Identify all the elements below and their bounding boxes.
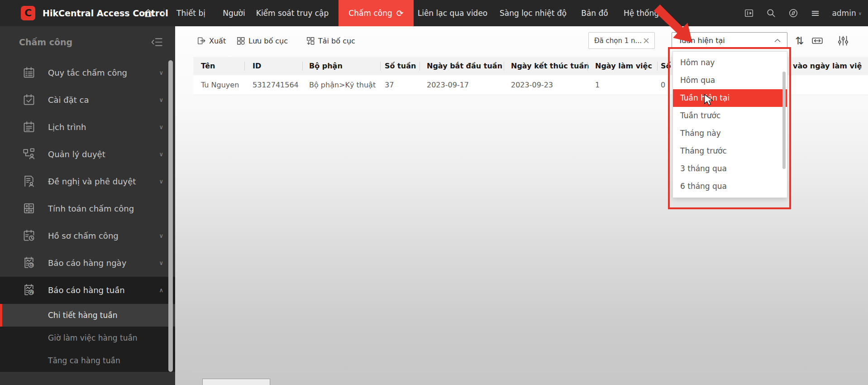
dropdown-scrollbar[interactable] — [782, 72, 786, 169]
svg-text:W: W — [29, 290, 33, 294]
nav-temperature-screening[interactable]: Sàng lọc nhiệt độ — [499, 0, 568, 26]
flowchart-person-icon — [23, 148, 35, 160]
weekly-report-icon: W — [23, 284, 35, 296]
cell-week-end: 2023-09-23 — [511, 75, 553, 95]
sidebar-item-label: Báo cáo hàng ngày — [48, 250, 126, 277]
wizard-icon[interactable] — [744, 8, 754, 18]
sidebar-subitem-weekly-details[interactable]: Chi tiết hàng tuần — [0, 304, 175, 327]
column-separator — [504, 62, 504, 71]
column-separator — [420, 62, 420, 71]
dropdown-option-yesterday[interactable]: Hôm qua — [673, 72, 787, 89]
calendar-list-icon — [23, 120, 35, 133]
column-header-week-no[interactable]: Số tuần — [385, 57, 416, 75]
dropdown-option-today[interactable]: Hôm nay — [673, 54, 787, 72]
column-header-week-start[interactable]: Ngày bắt đầu tuần — [427, 57, 502, 75]
daily-report-icon: D — [23, 256, 35, 269]
column-header-department[interactable]: Bộ phận — [309, 57, 343, 75]
column-header-on-workday-truncated[interactable]: vào ngày làm việ — [793, 57, 862, 75]
nav-map[interactable]: Bản đồ — [579, 0, 610, 26]
export-button[interactable]: Xuất — [197, 33, 226, 49]
cell-work-days: 1 — [595, 75, 600, 95]
nav-system[interactable]: Hệ thống — [621, 0, 662, 26]
fit-width-icon[interactable] — [811, 35, 824, 47]
nav-person[interactable]: Người — [217, 0, 251, 26]
dropdown-option-this-month[interactable]: Tháng này — [673, 125, 787, 142]
page-size-select[interactable] — [202, 379, 270, 385]
period-dropdown-panel: Hôm nay Hôm qua Tuần hiện tại Tuần trước… — [672, 51, 787, 198]
close-icon[interactable]: × — [643, 36, 650, 45]
column-separator — [244, 62, 245, 71]
column-header-week-end[interactable]: Ngày kết thúc tuần — [511, 57, 589, 75]
save-layout-button[interactable]: Lưu bố cục — [236, 33, 288, 49]
sidebar-subitem-label: Chi tiết hàng tuần — [48, 304, 117, 327]
attendance-sidebar: Chấm công Quy tắc chấm công ∨ Cài đặt ca… — [0, 26, 175, 385]
username: admin — [832, 9, 856, 18]
selection-chip-label: Đã chọn 1 n... — [594, 37, 643, 45]
chevron-down-icon: ∨ — [159, 114, 163, 141]
cell-col8: 0 — [661, 75, 665, 95]
sidebar-subitem-label: Giờ làm việc hàng tuần — [48, 327, 138, 349]
calendar-check-icon — [23, 93, 35, 106]
help-compass-icon[interactable] — [788, 8, 798, 18]
sidebar-item-approval-management[interactable]: Quản lý duyệt ∨ — [0, 141, 175, 168]
chevron-down-icon: ∨ — [159, 250, 163, 277]
export-icon — [197, 36, 206, 45]
chevron-up-icon — [774, 38, 781, 43]
chevron-down-icon: ∨ — [159, 222, 163, 250]
column-header-truncated[interactable]: Số — [661, 57, 671, 75]
sidebar-subitem-label: Tăng ca hàng tuần — [48, 349, 120, 372]
calendar-clock-icon — [23, 229, 35, 242]
sidebar-item-attendance-calculation[interactable]: Tính toán chấm công — [0, 195, 175, 222]
dropdown-option-last-3-months[interactable]: 3 tháng qua — [673, 160, 787, 178]
search-icon[interactable] — [766, 8, 776, 18]
sort-icon[interactable]: ⇅ — [793, 33, 806, 49]
dropdown-option-last-week[interactable]: Tuần trước — [673, 107, 787, 125]
load-layout-icon — [306, 36, 315, 45]
dropdown-option-current-week[interactable]: Tuần hiện tại — [673, 89, 787, 107]
user-menu[interactable]: admin ∨ — [832, 9, 862, 18]
home-icon[interactable] — [143, 8, 153, 19]
hikcentral-logo-icon: C — [21, 6, 35, 20]
sidebar-subitem-weekly-overtime[interactable]: Tăng ca hàng tuần — [0, 349, 175, 372]
chevron-down-icon: ∨ — [159, 87, 163, 114]
sidebar-item-weekly-report[interactable]: W Báo cáo hàng tuần ∧ — [0, 277, 175, 304]
chevron-down-icon: ∨ — [159, 59, 163, 87]
load-layout-button[interactable]: Tải bố cục — [306, 33, 355, 49]
load-layout-label: Tải bố cục — [318, 37, 355, 45]
sidebar-title: Chấm công — [19, 37, 72, 47]
sidebar-collapse-icon[interactable] — [151, 36, 163, 48]
filter-sliders-icon[interactable] — [837, 35, 849, 47]
column-separator — [587, 62, 588, 71]
sidebar-item-label: Tính toán chấm công — [48, 195, 134, 222]
chevron-down-icon: ∨ — [159, 141, 163, 168]
nav-access-control[interactable]: Kiểm soát truy cập — [253, 0, 332, 26]
nav-devices[interactable]: Thiết bị — [174, 0, 208, 26]
sidebar-scrollbar[interactable] — [168, 60, 173, 372]
sidebar-subitem-weekly-work-hours[interactable]: Giờ làm việc hàng tuần — [0, 327, 175, 349]
sidebar-item-attendance-records[interactable]: Hồ sơ chấm công ∨ — [0, 222, 175, 250]
dropdown-option-last-month[interactable]: Tháng trước — [673, 142, 787, 160]
document-person-icon — [23, 175, 35, 188]
column-header-name[interactable]: Tên — [201, 57, 215, 75]
active-item-red-bar — [0, 304, 2, 327]
sidebar-item-daily-report[interactable]: D Báo cáo hàng ngày ∨ — [0, 250, 175, 277]
dropdown-option-last-6-months[interactable]: 6 tháng qua — [673, 178, 787, 195]
cell-week-start: 2023-09-17 — [427, 75, 469, 95]
selection-filter-chip[interactable]: Đã chọn 1 n... × — [588, 32, 655, 49]
nav-attendance-active[interactable]: Chấm công ⟳ — [339, 0, 414, 26]
sidebar-item-attendance-rules[interactable]: Quy tắc chấm công ∨ — [0, 59, 175, 87]
topbar-divider — [164, 8, 164, 18]
svg-text:D: D — [30, 263, 33, 267]
export-label: Xuất — [209, 37, 226, 45]
sidebar-item-schedule[interactable]: Lịch trình ∨ — [0, 114, 175, 141]
nav-video-intercom[interactable]: Liên lạc qua video — [417, 0, 488, 26]
column-header-work-days[interactable]: Ngày làm việc — [595, 57, 652, 75]
sidebar-item-applications-approvals[interactable]: Đề nghị và phê duyệt ∨ — [0, 168, 175, 195]
menu-icon[interactable]: ≡ — [811, 8, 820, 19]
column-separator — [302, 62, 303, 71]
period-select[interactable]: Tuần hiện tại — [672, 32, 787, 49]
cell-week-no: 37 — [385, 75, 394, 95]
sidebar-item-shift-settings[interactable]: Cài đặt ca ∨ — [0, 87, 175, 114]
column-header-id[interactable]: ID — [253, 57, 261, 75]
cell-id: 5312741564 — [253, 75, 299, 95]
